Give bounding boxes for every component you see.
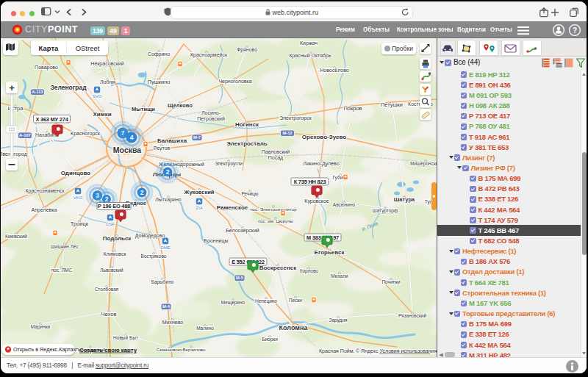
svg-text:Щёлково: Щёлково [168, 102, 193, 109]
svg-text:Химки: Химки [93, 111, 111, 118]
svg-text:Троицк: Троицк [71, 220, 89, 227]
svg-text:Электросталь: Электросталь [226, 140, 267, 147]
svg-text:Маринки: Маринки [31, 324, 51, 330]
svg-text:Лобня: Лобня [100, 79, 115, 85]
svg-text:Шатура: Шатура [394, 196, 415, 203]
svg-text:© Яндекс Условия использования: © Яндекс Условия использования [356, 348, 437, 354]
svg-text:Звенигород: Звенигород [1, 151, 27, 157]
svg-text:Мишеронский: Мишеронский [410, 161, 437, 167]
svg-text:Софрино: Софрино [148, 51, 170, 57]
svg-text:Красногорск: Красногорск [71, 131, 101, 137]
svg-text:2: 2 [105, 195, 109, 203]
svg-text:Создать свою карту: Создать свою карту [79, 347, 137, 353]
svg-text:Михнево: Михнево [162, 320, 184, 325]
svg-text:Покров: Покров [343, 105, 362, 112]
svg-text:Барыбино: Барыбино [151, 279, 174, 285]
svg-text:Фряново: Фряново [237, 47, 257, 53]
svg-text:Шатурторф: Шатурторф [373, 208, 398, 214]
svg-text:Ногинск: Ногинск [235, 121, 259, 128]
svg-text:Львовский: Львовский [100, 268, 123, 273]
svg-text:2: 2 [140, 189, 144, 196]
svg-text:Семёновское: Семёновское [157, 347, 185, 352]
svg-text:Бронницы: Бронницы [204, 238, 228, 244]
svg-text:Реутов: Реутов [154, 146, 171, 151]
svg-text:Михали: Михали [331, 273, 348, 279]
svg-text:Шишкин Лес: Шишкин Лес [51, 244, 79, 249]
svg-text:Краснознаменск: Краснознаменск [25, 188, 65, 194]
svg-text:Мытищи: Мытищи [132, 106, 155, 112]
svg-text:Зеленоград: Зеленоград [50, 84, 87, 91]
svg-text:Мещерино: Мещерино [221, 300, 245, 306]
svg-text:Карта: Карта [39, 44, 60, 52]
svg-text:Лыткарино: Лыткарино [155, 197, 182, 203]
svg-text:Новый Быт: Новый Быт [113, 335, 138, 340]
svg-text:Электроугли: Электроугли [215, 161, 243, 167]
svg-text:Пушкино: Пушкино [148, 79, 171, 85]
svg-text:Починки: Починки [381, 279, 401, 284]
svg-text:Открыть в Яндекс.Картах: Открыть в Яндекс.Картах [13, 346, 76, 353]
svg-text:Новосёлово: Новосёлово [320, 68, 349, 73]
svg-text:Рязановский: Рязановский [398, 313, 427, 318]
svg-text:пос. им. Цюрупы: пос. им. Цюрупы [258, 218, 294, 223]
svg-text:пос. ЛМС: пос. ЛМС [51, 268, 73, 273]
svg-text:4: 4 [130, 134, 134, 141]
svg-text:2: 2 [166, 168, 170, 176]
svg-text:А-113: А-113 [32, 90, 43, 94]
svg-text:Киевский: Киевский [5, 234, 27, 239]
svg-text:?: ? [573, 26, 577, 35]
svg-text:Коломна: Коломна [279, 324, 309, 331]
svg-text:VKO: VKO [74, 195, 83, 200]
svg-text:Подольск: Подольск [103, 235, 132, 242]
svg-text:А-107: А-107 [19, 133, 31, 137]
svg-text:OSF: OSF [106, 222, 115, 226]
svg-text:Авсюнино: Авсюнино [333, 202, 356, 207]
svg-text:Белоозёрский: Белоозёрский [226, 228, 259, 234]
svg-text:Верзилово: Верзилово [182, 347, 206, 352]
svg-text:ZIA: ZIA [196, 206, 202, 210]
svg-text:Х 363 МУ 274: Х 363 МУ 274 [35, 116, 68, 123]
svg-text:Зарудня: Зарудня [329, 317, 347, 323]
svg-text:Петровский: Петровский [197, 116, 225, 122]
svg-text:Жуковский: Жуковский [184, 189, 215, 195]
svg-text:пос. Электроизолятор: пос. Электроизолятор [250, 207, 297, 212]
svg-text:SVO: SVO [93, 94, 102, 98]
svg-text:Егорьевск: Егорьевск [315, 249, 345, 256]
svg-text:OStreet: OStreet [76, 44, 100, 52]
svg-text:DME: DME [160, 245, 170, 250]
svg-text:Малино: Малино [196, 326, 214, 331]
svg-text:М-5: М-5 [236, 276, 244, 280]
svg-text:Непецино: Непецино [255, 298, 277, 304]
svg-text:Хорлово: Хорлово [299, 268, 318, 274]
svg-text:Р 196 ЕО 488: Р 196 ЕО 488 [98, 203, 130, 209]
svg-text:Красноармейск: Красноармейск [190, 52, 228, 58]
svg-text:Лосино-: Лосино- [201, 110, 221, 115]
svg-text:К 735 НН 823: К 735 НН 823 [294, 179, 326, 185]
svg-text:Апрелевка: Апрелевка [32, 207, 57, 213]
svg-text:Черноголовка: Черноголовка [218, 79, 251, 85]
svg-text:Пески: Пески [289, 298, 302, 303]
svg-text:М-4: М-4 [162, 304, 171, 309]
svg-text:Некрасовский: Некрасовский [90, 61, 123, 67]
svg-text:Пробки: Пробки [392, 45, 413, 52]
svg-text:Балашиха: Балашиха [157, 137, 187, 144]
svg-text:Одинцово: Одинцово [61, 170, 90, 176]
svg-text:Раменское: Раменское [217, 204, 248, 211]
svg-text:Посад: Посад [268, 155, 283, 161]
svg-text:Востряково: Востряково [141, 254, 167, 259]
svg-text:Электрогорск: Электрогорск [279, 115, 312, 121]
svg-text:Домодедово: Домодедово [135, 233, 165, 239]
svg-text:Чехов: Чехов [101, 311, 117, 317]
svg-text:Красная Пойм.: Красная Пойм. [319, 348, 355, 354]
svg-text:Биорки: Биорки [262, 337, 278, 342]
svg-text:М-7: М-7 [193, 135, 201, 140]
svg-text:Куровское: Куровское [304, 198, 329, 204]
svg-text:Столбовая: Столбовая [95, 287, 119, 292]
svg-text:М-12: М-12 [282, 131, 292, 135]
svg-text:Ликино-Дулёво: Ликино-Дулёво [303, 161, 339, 167]
svg-text:Петушки: Петушки [381, 101, 403, 108]
svg-text:Орехово-Зуево: Орехово-Зуево [302, 134, 347, 140]
svg-text:Павловский: Павловский [262, 149, 290, 154]
svg-text:Климовск: Климовск [104, 251, 127, 256]
svg-text:Речицы: Речицы [242, 191, 259, 197]
svg-text:Поварово: Поварово [35, 65, 58, 71]
